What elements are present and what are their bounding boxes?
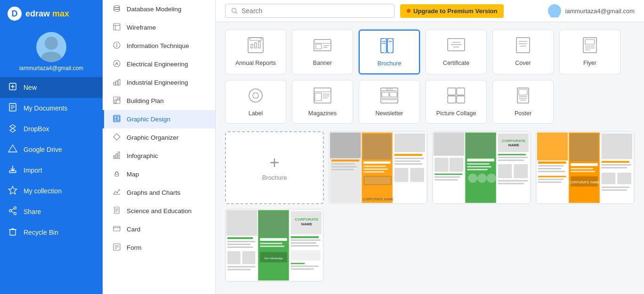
svg-rect-148 (435, 158, 449, 172)
middle-item-label-info-tech: Information Technique (127, 42, 189, 49)
label-card-icon (245, 87, 266, 106)
sidebar-item-my-documents[interactable]: My Documents (0, 98, 103, 119)
template-card-4[interactable]: Our Advantage CORPORATE NAME (225, 209, 324, 282)
svg-line-64 (236, 12, 238, 14)
middle-item-form[interactable]: Form (103, 238, 215, 257)
svg-point-65 (552, 6, 557, 12)
newsletter-card-icon: NEWS (379, 87, 400, 106)
template-card-1[interactable]: CORPORATE NAME (329, 131, 427, 204)
middle-item-database-modeling[interactable]: Database Modeling (103, 0, 215, 18)
svg-rect-138 (394, 154, 422, 156)
middle-item-building-plan[interactable]: Building Plan (103, 92, 215, 110)
sidebar-item-google-drive[interactable]: Google Drive (0, 139, 103, 160)
svg-rect-74 (316, 44, 322, 49)
category-card-magazines[interactable]: Magazines (292, 80, 353, 124)
sidebar-item-dropbox[interactable]: DropBox (0, 119, 103, 139)
svg-point-97 (249, 89, 262, 102)
search-input[interactable] (242, 7, 388, 15)
svg-point-34 (116, 43, 117, 44)
sidebar-item-new[interactable]: New (0, 77, 103, 98)
category-grid: Annual Reports Banner Brochure (225, 30, 635, 124)
svg-rect-93 (585, 40, 595, 44)
middle-item-science-and-education[interactable]: Science and Education (103, 202, 215, 220)
svg-rect-201 (226, 210, 257, 236)
map-icon (112, 169, 122, 179)
google-drive-icon (8, 144, 18, 155)
middle-item-graphs-and-charts[interactable]: Graphs and Charts (103, 183, 215, 202)
svg-rect-202 (227, 237, 253, 239)
svg-marker-10 (8, 145, 17, 152)
category-card-banner[interactable]: Banner (292, 30, 353, 74)
svg-rect-29 (113, 24, 120, 30)
sidebar-item-my-collection[interactable]: My collection (0, 181, 103, 201)
category-card-newsletter[interactable]: NEWS Newsletter (359, 80, 420, 124)
svg-rect-187 (571, 171, 595, 172)
middle-item-graphic-design[interactable]: Graphic Design (103, 110, 215, 128)
sidebar-item-label-docs: My Documents (24, 104, 67, 112)
svg-rect-129 (362, 134, 391, 159)
svg-rect-203 (227, 241, 255, 242)
svg-rect-225 (291, 250, 321, 261)
svg-rect-80 (389, 39, 391, 53)
middle-item-graphic-organizer[interactable]: Graphic Organizer (103, 128, 215, 147)
logo-icon: D (8, 7, 22, 21)
sidebar-nav: New My Documents DropBox Google Drive Im… (0, 77, 103, 243)
svg-rect-207 (242, 251, 256, 264)
middle-item-wireframe[interactable]: Wireframe (103, 18, 215, 37)
new-template-card[interactable]: + Brochure (225, 131, 324, 204)
svg-point-51 (115, 172, 118, 175)
certificate-card-icon (446, 37, 467, 56)
svg-rect-192 (602, 161, 629, 163)
middle-item-label-wireframe: Wireframe (127, 24, 156, 31)
sidebar-item-import[interactable]: Import (0, 160, 103, 181)
category-card-poster[interactable]: Poster (492, 80, 554, 124)
category-card-label-item[interactable]: Label (225, 80, 286, 124)
svg-rect-182 (538, 182, 562, 183)
svg-point-1 (41, 52, 62, 62)
magazines-card-icon (312, 87, 333, 106)
middle-item-information-technique[interactable]: Information Technique (103, 37, 215, 55)
form-icon (112, 243, 122, 253)
svg-point-14 (14, 207, 16, 209)
category-card-annual-reports[interactable]: Annual Reports (225, 30, 286, 74)
svg-rect-37 (113, 82, 115, 85)
sidebar-item-label-gdrive: Google Drive (24, 146, 62, 153)
svg-rect-213 (260, 243, 282, 244)
sidebar-item-share[interactable]: Share (0, 201, 103, 222)
template-card-2[interactable]: CORPORATE NAME (432, 131, 531, 204)
svg-rect-147 (434, 133, 464, 156)
svg-rect-115 (457, 96, 465, 103)
middle-item-label-form: Form (127, 244, 142, 251)
svg-rect-193 (602, 164, 631, 166)
search-box[interactable] (225, 4, 394, 18)
upgrade-button[interactable]: Upgrade to Premium Version (400, 4, 504, 18)
picture-collage-label: Picture Collage (436, 110, 476, 117)
category-card-flyer[interactable]: Flyer (559, 30, 620, 74)
svg-rect-140 (394, 160, 420, 162)
svg-point-16 (14, 213, 16, 215)
svg-rect-45 (114, 119, 117, 121)
svg-point-159 (468, 174, 477, 183)
middle-item-industrial-engineering[interactable]: Industrial Engineering (103, 73, 215, 92)
database-modeling-icon (112, 4, 122, 14)
svg-rect-143 (410, 168, 424, 182)
category-card-brochure[interactable]: Brochure (359, 30, 420, 74)
svg-rect-184 (570, 134, 598, 161)
category-card-cover[interactable]: Cover (492, 30, 554, 74)
middle-item-map[interactable]: Map (103, 165, 215, 183)
middle-item-card[interactable]: Card (103, 220, 215, 238)
middle-item-label-industrial: Industrial Engineering (127, 79, 188, 86)
middle-item-electrical-engineering[interactable]: Electrical Engineering (103, 55, 215, 73)
svg-rect-154 (466, 134, 495, 157)
poster-label: Poster (515, 110, 531, 117)
middle-item-infographic[interactable]: Infographic (103, 147, 215, 165)
category-card-picture-collage[interactable]: Picture Collage (426, 80, 487, 124)
template-card-3[interactable]: CORPORATE NAME (536, 131, 635, 204)
svg-rect-139 (394, 158, 424, 159)
sidebar-item-recycle-bin[interactable]: Recycle Bin (0, 222, 103, 243)
middle-item-label-card: Card (127, 226, 140, 233)
avatar (36, 32, 66, 62)
brochure-label: Brochure (378, 60, 402, 67)
category-card-certificate[interactable]: Certificate (426, 30, 487, 74)
svg-rect-46 (117, 116, 119, 121)
